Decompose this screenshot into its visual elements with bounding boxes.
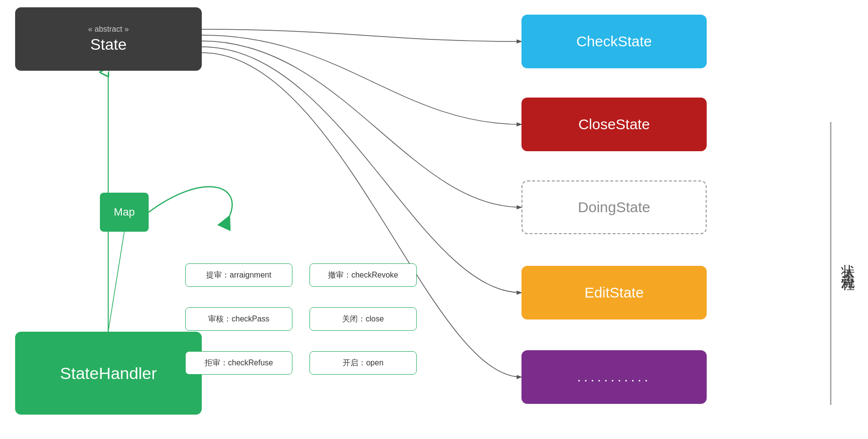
check-state-box: CheckState	[521, 15, 707, 68]
state-handler-label: StateHandler	[60, 364, 156, 383]
method-checkpass-text: 审核：checkPass	[208, 314, 269, 324]
abstract-state-name: State	[90, 36, 127, 54]
method-arraignment: 提审：arraignment	[185, 263, 292, 287]
more-state-box: ...........	[521, 350, 707, 404]
method-open: 开启：open	[309, 351, 417, 375]
close-state-label: CloseState	[579, 116, 650, 133]
abstract-state-box: « abstract » State	[15, 7, 202, 71]
check-state-label: CheckState	[576, 33, 652, 50]
side-bar	[830, 122, 831, 405]
method-arraignment-text: 提审：arraignment	[206, 270, 271, 280]
abstract-stereotype: « abstract »	[88, 25, 129, 34]
diagram-container: « abstract » State CheckState CloseState…	[0, 0, 868, 439]
method-checkrefuse: 拒审：checkRefuse	[185, 351, 292, 375]
close-state-box: CloseState	[521, 98, 707, 151]
svg-line-1	[108, 232, 124, 332]
side-text: 状态流程	[836, 254, 858, 273]
side-text-content: 状态流程	[840, 254, 855, 273]
edit-state-label: EditState	[584, 284, 644, 301]
method-checkrevoke: 撤审：checkRevoke	[309, 263, 417, 287]
method-close-text: 关闭：close	[342, 314, 384, 324]
method-checkrevoke-text: 撤审：checkRevoke	[328, 270, 398, 280]
side-annotation: 状态流程	[830, 122, 858, 405]
method-open-text: 开启：open	[343, 358, 384, 368]
map-box: Map	[100, 193, 149, 232]
map-label: Map	[114, 206, 135, 219]
method-checkrefuse-text: 拒审：checkRefuse	[205, 358, 273, 368]
edit-state-box: EditState	[521, 266, 707, 319]
method-checkpass: 审核：checkPass	[185, 307, 292, 331]
doing-state-box: DoingState	[521, 180, 707, 234]
state-handler-box: StateHandler	[15, 332, 202, 415]
method-close: 关闭：close	[309, 307, 417, 331]
more-state-label: ...........	[577, 369, 651, 385]
doing-state-label: DoingState	[578, 199, 650, 216]
